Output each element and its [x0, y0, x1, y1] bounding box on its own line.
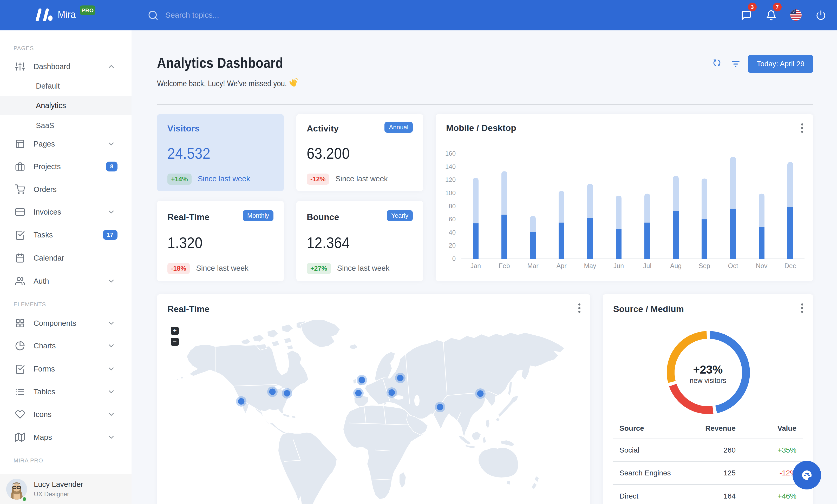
svg-text:Dec: Dec: [784, 262, 796, 269]
svg-text:Aug: Aug: [670, 262, 681, 269]
svg-text:Feb: Feb: [499, 262, 510, 269]
svg-text:Jan: Jan: [470, 262, 481, 269]
svg-text:80: 80: [449, 203, 456, 210]
svg-text:Apr: Apr: [556, 262, 567, 269]
svg-text:160: 160: [445, 150, 456, 157]
svg-text:20: 20: [449, 242, 456, 249]
svg-text:60: 60: [449, 216, 456, 223]
svg-text:Sep: Sep: [699, 262, 710, 269]
svg-text:40: 40: [449, 229, 456, 236]
svg-text:100: 100: [445, 189, 456, 197]
svg-text:Oct: Oct: [728, 262, 738, 269]
svg-text:120: 120: [445, 176, 456, 183]
svg-text:May: May: [584, 262, 596, 269]
svg-text:Nov: Nov: [756, 262, 768, 269]
svg-text:Jul: Jul: [643, 262, 652, 269]
svg-text:Jun: Jun: [613, 262, 624, 269]
svg-text:0: 0: [452, 255, 456, 262]
svg-text:140: 140: [445, 163, 456, 170]
svg-text:Mar: Mar: [527, 262, 538, 269]
